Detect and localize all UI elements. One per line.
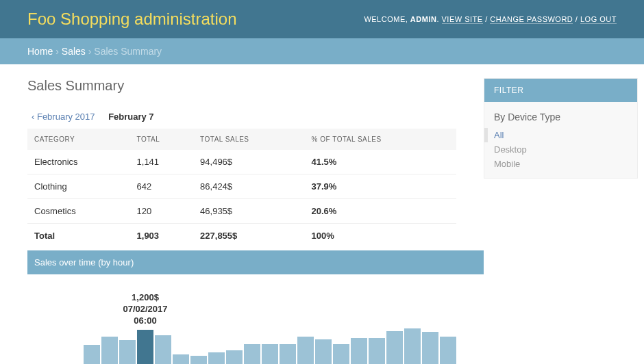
- cell-category: Cosmetics: [27, 199, 132, 224]
- chart-bar[interactable]: [351, 338, 367, 364]
- sales-chart: 1,200$07/02/201706:00: [27, 274, 484, 364]
- col-category[interactable]: CATEGORY: [27, 129, 132, 150]
- cell-total: 642: [132, 174, 195, 199]
- chart-bar[interactable]: [190, 356, 207, 364]
- table-total-row: Total1,903227,855$100%: [27, 224, 456, 248]
- chart-bar[interactable]: [440, 337, 456, 364]
- tooltip-hour: 06:00: [123, 315, 167, 327]
- table-row: Cosmetics12046,935$20.6%: [27, 199, 456, 224]
- cell-category: Total: [27, 224, 132, 248]
- cell-total-sales: 46,935$: [195, 199, 306, 224]
- col-pct[interactable]: % OF TOTAL SALES: [306, 129, 456, 150]
- chart-bar[interactable]: [315, 339, 332, 364]
- username: ADMIN: [410, 15, 437, 23]
- cell-category: Clothing: [27, 174, 132, 199]
- date-back-link[interactable]: ‹ February 2017: [32, 112, 95, 122]
- cell-pct: 100%: [306, 224, 456, 248]
- col-total[interactable]: TOTAL: [132, 129, 195, 150]
- chart-bar[interactable]: [280, 344, 296, 364]
- date-navigation: ‹ February 2017 February 7: [27, 112, 456, 122]
- chart-bar[interactable]: [333, 344, 349, 364]
- tooltip-value: 1,200$: [123, 292, 167, 304]
- chart-title: Sales over time (by hour): [27, 250, 484, 274]
- chart-bar[interactable]: [386, 331, 403, 364]
- change-password-link[interactable]: CHANGE PASSWORD: [490, 15, 573, 24]
- chart-bar[interactable]: [173, 354, 189, 364]
- welcome-label: WELCOME,: [364, 15, 410, 23]
- cell-total: 120: [132, 199, 195, 224]
- filter-panel: FILTER By Device Type AllDesktopMobile: [484, 78, 638, 179]
- cell-total-sales: 86,424$: [195, 174, 306, 199]
- table-row: Clothing64286,424$37.9%: [27, 174, 456, 199]
- chart-tooltip: 1,200$07/02/201706:00: [123, 292, 167, 330]
- filter-section-label: By Device Type: [484, 102, 637, 128]
- cell-pct: 41.5%: [306, 150, 456, 174]
- chart-bar[interactable]: [155, 335, 171, 364]
- chart-bar[interactable]: [244, 344, 260, 364]
- cell-category: Electronics: [27, 150, 132, 174]
- chart-bar[interactable]: [84, 345, 100, 364]
- breadcrumb-current: Sales Summary: [94, 46, 162, 57]
- current-date: February 7: [108, 112, 153, 122]
- chart-bar[interactable]: [119, 340, 136, 364]
- sales-table: CATEGORY TOTAL TOTAL SALES % OF TOTAL SA…: [27, 129, 456, 248]
- filter-option[interactable]: All: [484, 128, 637, 142]
- tooltip-date: 07/02/2017: [123, 304, 167, 315]
- view-site-link[interactable]: VIEW SITE: [442, 15, 483, 24]
- cell-pct: 20.6%: [306, 199, 456, 224]
- table-header-row: CATEGORY TOTAL TOTAL SALES % OF TOTAL SA…: [27, 129, 456, 150]
- chart-bar[interactable]: [226, 350, 243, 364]
- chart-bar[interactable]: [422, 332, 438, 364]
- cell-total-sales: 227,855$: [195, 224, 306, 248]
- breadcrumb-sales[interactable]: Sales: [62, 46, 86, 57]
- chart-bar[interactable]: [262, 344, 278, 364]
- filter-option[interactable]: Mobile: [484, 157, 637, 171]
- app-header: Foo Shopping administration WELCOME, ADM…: [0, 0, 644, 38]
- filter-option[interactable]: Desktop: [484, 142, 637, 157]
- breadcrumb: Home › Sales › Sales Summary: [0, 38, 644, 64]
- table-row: Electronics1,14194,496$41.5%: [27, 150, 456, 174]
- chart-bar[interactable]: [404, 328, 421, 364]
- filter-title: FILTER: [484, 79, 637, 102]
- page-title: Sales Summary: [27, 78, 456, 94]
- chart-bar[interactable]: [297, 337, 314, 364]
- logout-link[interactable]: LOG OUT: [580, 15, 617, 24]
- col-total-sales[interactable]: TOTAL SALES: [195, 129, 306, 150]
- chart-bar[interactable]: [208, 352, 225, 364]
- cell-total: 1,141: [132, 150, 195, 174]
- cell-total: 1,903: [132, 224, 195, 248]
- breadcrumb-home[interactable]: Home: [27, 46, 53, 57]
- cell-total-sales: 94,496$: [195, 150, 306, 174]
- cell-pct: 37.9%: [306, 174, 456, 199]
- user-tools: WELCOME, ADMIN. VIEW SITE / CHANGE PASSW…: [364, 15, 617, 23]
- site-title: Foo Shopping administration: [27, 10, 237, 29]
- chart-bar[interactable]: [101, 337, 118, 364]
- chart-bar[interactable]: [369, 338, 385, 364]
- chart-bar[interactable]: 1,200$07/02/201706:00: [137, 330, 153, 364]
